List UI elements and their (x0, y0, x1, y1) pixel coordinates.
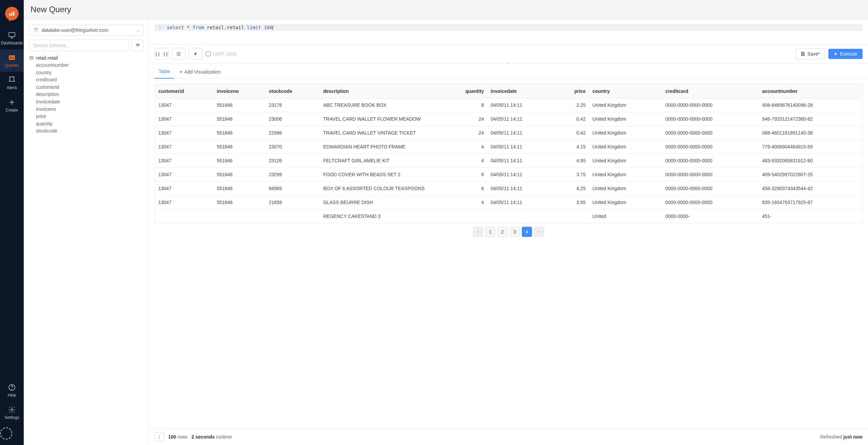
column-header[interactable]: invoiceno (213, 84, 265, 98)
titlebar: New Query (24, 0, 868, 19)
cell-quantity: 24 (442, 126, 487, 140)
autocomplete-button[interactable] (189, 48, 202, 60)
schema-column[interactable]: price (36, 113, 143, 120)
sql-line[interactable]: select * from retail.retail limit 100 (165, 24, 863, 31)
column-header[interactable]: invoicedate (487, 84, 556, 98)
schema-table-node[interactable]: retail.retail (29, 55, 143, 61)
cell-price: 0.42 (556, 126, 589, 140)
sql-editor[interactable]: 1 select * from retail.retail limit 100 (149, 19, 868, 45)
sidebar-item-help[interactable]: Help (0, 379, 24, 402)
column-header[interactable]: customerid (155, 84, 214, 98)
schema-column[interactable]: quantity (36, 121, 143, 127)
schema-column[interactable]: invoiceno (36, 106, 143, 113)
sidebar-item-alerts[interactable]: Alerts (0, 72, 24, 94)
execute-button[interactable]: Execute (828, 49, 863, 59)
svg-rect-2 (13, 11, 14, 16)
footer-menu-button[interactable]: ⋮ (155, 432, 164, 442)
cell-quantity (442, 209, 487, 223)
sidebar-label: Create (6, 108, 18, 113)
column-header[interactable]: country (589, 84, 662, 98)
schema-column[interactable]: invoicedate (36, 99, 143, 105)
cell-stockcode: 23006 (265, 112, 320, 126)
table-row[interactable]: 1304755184623299FOOD COVER WITH BEADS SE… (155, 168, 863, 182)
cell-country: United Kingdom (589, 98, 662, 112)
cell-country: United Kingdom (589, 112, 662, 126)
table-row[interactable]: 1304755184623126FELTCRAFT GIRL AMELIE KI… (155, 154, 863, 168)
sidebar: Dashboards Queries Alerts Create Help Se… (0, 0, 24, 445)
page-button[interactable]: 2 (497, 227, 508, 237)
svg-point-14 (34, 28, 36, 29)
table-icon (29, 56, 34, 60)
table-row[interactable]: 1304755184623006TRAVEL CARD WALLET FLOWE… (155, 112, 863, 126)
limit-checkbox-input[interactable] (206, 52, 211, 56)
column-header[interactable]: price (556, 84, 589, 98)
table-row[interactable]: 1304755184621658GLASS BEURRE DISH404/05/… (155, 196, 863, 209)
schema-column[interactable]: creditcard (36, 77, 143, 83)
schema-column[interactable]: description (36, 91, 143, 98)
table-row[interactable]: 1304755184623176ABC TREASURE BOOK BOX804… (155, 98, 863, 112)
cell-customerid: 13047 (155, 112, 214, 126)
table-row[interactable]: 1304755184684969BOX OF 6 ASSORTED COLOUR… (155, 182, 863, 196)
cell-creditcard: 0000-0000-0000-0000 (662, 196, 758, 209)
app-logo[interactable] (5, 7, 19, 20)
cell-price: 4.15 (556, 140, 589, 154)
cell-price (556, 209, 589, 223)
column-header[interactable]: creditcard (662, 84, 758, 98)
connection-select[interactable]: datalake-user@thingsolver.com ⌄ (29, 25, 143, 36)
schema-search-input[interactable] (29, 40, 129, 51)
column-header[interactable]: stockcode (265, 84, 320, 98)
result-tabs: Table + Add Visualization (149, 63, 868, 79)
resize-handle[interactable] (504, 61, 514, 63)
page-button[interactable]: 1 (485, 227, 495, 237)
schema-column[interactable]: stockcode (36, 128, 143, 135)
sidebar-item-dashboards[interactable]: Dashboards (0, 27, 24, 49)
indent-button[interactable] (172, 48, 185, 60)
datasource-icon (33, 27, 39, 33)
sidebar-item-settings[interactable]: Settings (0, 402, 24, 424)
tab-table[interactable]: Table (155, 65, 174, 78)
limit-checkbox[interactable]: LIMIT 1000 (206, 51, 237, 57)
table-row[interactable]: 1304755184623070EDWARDIAN HEART PHOTO FR… (155, 140, 863, 154)
svg-rect-24 (802, 52, 804, 53)
limit-label: LIMIT 1000 (213, 51, 237, 57)
page-next-button[interactable] (534, 227, 544, 237)
schema-refresh-button[interactable] (132, 40, 143, 51)
schema-table-name: retail.retail (36, 55, 58, 61)
cell-country: United Kingdom (589, 182, 662, 196)
play-icon (834, 52, 838, 56)
cell-invoiceno: 551846 (213, 196, 265, 209)
column-header[interactable]: quantity (442, 84, 487, 98)
schema-column[interactable]: customerid (36, 84, 143, 91)
schema-column[interactable]: accountnumber (36, 62, 143, 69)
page-prev-button[interactable] (473, 227, 483, 237)
line-number: 1 (155, 24, 165, 31)
chart-icon (8, 10, 15, 17)
bolt-icon (193, 52, 198, 56)
cell-country: United (589, 209, 662, 223)
page-title: New Query (31, 5, 861, 14)
format-button[interactable]: {{ }} (155, 48, 169, 60)
cell-creditcard: 0000-0000-0000-0000 (662, 98, 758, 112)
column-header[interactable]: accountnumber (759, 84, 863, 98)
cell-description: ABC TREASURE BOOK BOX (320, 98, 442, 112)
column-header[interactable]: description (320, 84, 442, 98)
user-avatar[interactable] (0, 427, 12, 440)
sidebar-item-queries[interactable]: Queries (0, 49, 24, 72)
cell-invoicedate: 04/05/11 14:11 (487, 140, 556, 154)
save-button[interactable]: Save* (795, 48, 825, 59)
cell-creditcard: 0000-0000-0000-0000 (662, 168, 758, 182)
sidebar-label: Settings (4, 415, 19, 420)
cell-creditcard: 0000-0000-0000-0000 (662, 112, 758, 126)
indent-icon (176, 51, 181, 57)
sidebar-item-create[interactable]: Create (0, 94, 24, 117)
cell-stockcode (265, 209, 320, 223)
page-button[interactable]: 3 (510, 227, 520, 237)
cell-invoiceno: 551846 (213, 126, 265, 140)
table-row[interactable]: 1304755184622996TRAVEL CARD WALLET VINTA… (155, 126, 863, 140)
cell-stockcode: 21658 (265, 196, 320, 209)
schema-column[interactable]: country (36, 69, 143, 76)
page-button[interactable]: 4 (522, 227, 532, 237)
cell-invoicedate: 04/05/11 14:11 (487, 168, 556, 182)
table-row[interactable]: REGENCY CAKESTAND 3United0000-0000-451- (155, 209, 863, 223)
add-visualization-button[interactable]: + Add Visualization (179, 69, 220, 75)
